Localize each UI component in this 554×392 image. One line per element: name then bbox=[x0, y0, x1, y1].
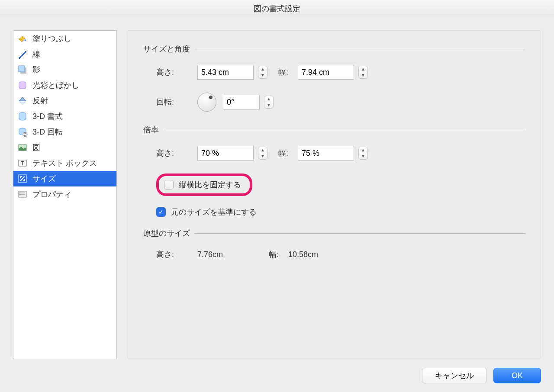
rotation-3d-icon bbox=[17, 126, 28, 138]
svg-point-14 bbox=[19, 194, 21, 196]
shadow-icon bbox=[17, 64, 28, 75]
width-stepper[interactable]: ▲▼ bbox=[358, 66, 368, 79]
rotation-label: 回転: bbox=[156, 97, 197, 107]
lock-aspect-label: 縦横比を固定する bbox=[179, 180, 241, 190]
original-width-label: 幅: bbox=[269, 249, 288, 260]
sidebar-item-label: プロパティ bbox=[32, 189, 71, 199]
pen-icon bbox=[17, 48, 28, 60]
scale-width-stepper[interactable]: ▲▼ bbox=[358, 147, 368, 160]
divider bbox=[194, 233, 525, 234]
settings-panel: サイズと角度 高さ: ▲▼ 幅: ▲▼ 回転: ▲▼ 倍率 高さ: ▲▼ 幅: bbox=[128, 30, 541, 359]
divider bbox=[163, 130, 525, 130]
sidebar-item-label: 塗りつぶし bbox=[32, 33, 71, 44]
reflection-icon bbox=[17, 95, 28, 106]
textbox-icon: T bbox=[17, 157, 28, 169]
rotation-input[interactable] bbox=[223, 95, 260, 109]
sidebar-item-label: 図 bbox=[32, 142, 40, 153]
stepper-down-icon[interactable]: ▼ bbox=[359, 72, 367, 78]
section-title-original: 原型のサイズ bbox=[143, 228, 190, 238]
window-title: 図の書式設定 bbox=[0, 0, 554, 17]
sidebar-item-picture[interactable]: 図 bbox=[13, 140, 116, 155]
width-label: 幅: bbox=[278, 67, 298, 77]
sidebar-item-size[interactable]: サイズ bbox=[13, 171, 116, 186]
rotation-stepper[interactable]: ▲▼ bbox=[264, 96, 274, 109]
svg-text:T: T bbox=[21, 160, 24, 167]
height-stepper[interactable]: ▲▼ bbox=[258, 66, 267, 79]
relative-original-label: 元のサイズを基準にする bbox=[171, 207, 257, 217]
stepper-down-icon[interactable]: ▼ bbox=[258, 153, 267, 159]
stepper-down-icon[interactable]: ▼ bbox=[264, 102, 273, 108]
scale-height-input[interactable] bbox=[197, 146, 254, 161]
sidebar-item-label: 線 bbox=[32, 49, 40, 59]
original-height-label: 高さ: bbox=[156, 249, 197, 260]
sidebar-item-label: 3-D 書式 bbox=[32, 111, 63, 122]
original-width-value: 10.58cm bbox=[288, 250, 318, 259]
scale-height-label: 高さ: bbox=[156, 148, 197, 158]
svg-point-13 bbox=[19, 193, 21, 194]
paint-bucket-icon bbox=[17, 33, 28, 44]
dialog-footer: キャンセル OK bbox=[422, 368, 541, 383]
divider bbox=[194, 49, 525, 49]
original-height-value: 7.76cm bbox=[197, 250, 269, 259]
scale-width-input[interactable] bbox=[298, 146, 354, 161]
cancel-button[interactable]: キャンセル bbox=[422, 368, 487, 383]
sidebar-item-line[interactable]: 線 bbox=[13, 46, 116, 62]
sidebar-item-label: 光彩とぼかし bbox=[32, 80, 79, 90]
sidebar-item-reflection[interactable]: 反射 bbox=[13, 93, 116, 109]
section-title-scale: 倍率 bbox=[143, 125, 159, 135]
relative-original-checkbox[interactable]: ✓ bbox=[156, 207, 166, 217]
sidebar-item-label: 3-D 回転 bbox=[32, 127, 63, 137]
scale-height-stepper[interactable]: ▲▼ bbox=[258, 147, 267, 160]
rotation-knob[interactable] bbox=[197, 93, 216, 112]
height-input[interactable] bbox=[197, 65, 254, 80]
sidebar-item-3d-rotation[interactable]: 3-D 回転 bbox=[13, 124, 116, 140]
sidebar-item-3d-format[interactable]: 3-D 書式 bbox=[13, 109, 116, 124]
stepper-up-icon[interactable]: ▲ bbox=[264, 96, 273, 102]
sidebar-item-fill[interactable]: 塗りつぶし bbox=[13, 31, 116, 46]
picture-icon bbox=[17, 142, 28, 153]
sidebar-item-textbox[interactable]: T テキスト ボックス bbox=[13, 155, 116, 171]
height-label: 高さ: bbox=[156, 67, 197, 77]
ok-button[interactable]: OK bbox=[493, 368, 541, 383]
stepper-up-icon[interactable]: ▲ bbox=[359, 66, 367, 72]
glow-icon bbox=[17, 80, 28, 91]
size-icon bbox=[17, 173, 28, 184]
sidebar-item-label: テキスト ボックス bbox=[32, 158, 97, 168]
sidebar-item-properties[interactable]: プロパティ bbox=[13, 186, 116, 202]
cylinder-icon bbox=[17, 111, 28, 122]
sidebar-item-label: 反射 bbox=[32, 96, 48, 106]
svg-rect-1 bbox=[19, 66, 25, 72]
sidebar-item-glow[interactable]: 光彩とぼかし bbox=[13, 77, 116, 93]
lock-aspect-checkbox[interactable] bbox=[164, 180, 174, 190]
stepper-up-icon[interactable]: ▲ bbox=[258, 66, 267, 72]
width-input[interactable] bbox=[298, 65, 354, 80]
stepper-down-icon[interactable]: ▼ bbox=[258, 72, 267, 78]
stepper-up-icon[interactable]: ▲ bbox=[258, 147, 267, 153]
sidebar-item-label: サイズ bbox=[32, 174, 56, 184]
stepper-up-icon[interactable]: ▲ bbox=[359, 147, 367, 153]
sidebar-item-shadow[interactable]: 影 bbox=[13, 62, 116, 77]
svg-rect-2 bbox=[19, 82, 26, 89]
stepper-down-icon[interactable]: ▼ bbox=[359, 153, 367, 159]
scale-width-label: 幅: bbox=[278, 148, 298, 158]
section-title-size: サイズと角度 bbox=[143, 44, 190, 54]
highlight-annotation: 縦横比を固定する bbox=[156, 174, 252, 196]
properties-icon bbox=[17, 189, 28, 200]
sidebar-item-label: 影 bbox=[32, 64, 40, 75]
format-category-sidebar: 塗りつぶし 線 影 光彩とぼかし 反射 bbox=[13, 30, 117, 359]
